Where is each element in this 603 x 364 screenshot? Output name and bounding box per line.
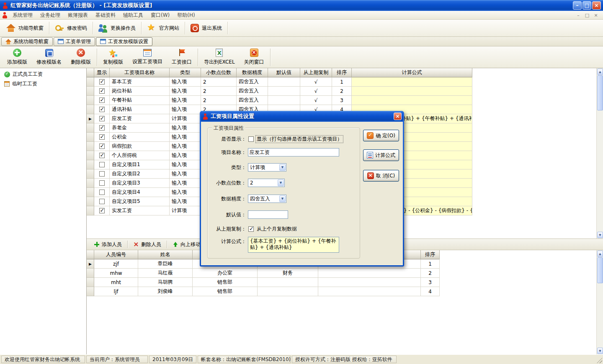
row-selector[interactable] xyxy=(87,133,94,142)
formula-textarea[interactable]: {基本工资} + {岗位补贴} + {午餐补贴} + {通讯补贴} xyxy=(248,237,339,253)
row-selector[interactable] xyxy=(87,77,94,87)
chevron-down-icon[interactable] xyxy=(279,195,286,202)
toolbar-button-add[interactable]: 添加模版 xyxy=(3,47,32,67)
show-checkbox[interactable] xyxy=(99,171,105,177)
precision-select[interactable]: 四舍五入 xyxy=(248,195,286,203)
scroll-up-icon[interactable] xyxy=(597,251,603,257)
show-checkbox[interactable] xyxy=(99,79,105,85)
show-checkbox[interactable] xyxy=(99,199,105,204)
mdi-restore-button[interactable]: □ xyxy=(583,12,591,18)
row-selector[interactable] xyxy=(87,169,94,179)
show-checkbox[interactable] xyxy=(99,144,105,149)
close-button[interactable]: × xyxy=(592,1,601,10)
column-header[interactable]: 人员编号 xyxy=(94,250,138,259)
show-checkbox[interactable] xyxy=(99,88,105,94)
chevron-down-icon[interactable] xyxy=(279,164,286,171)
cancel-button[interactable]: 取 消(C) xyxy=(363,170,399,182)
toolbar-button-star[interactable]: 官方网站 xyxy=(142,22,184,34)
row-selector[interactable] xyxy=(87,123,94,133)
chevron-down-icon[interactable] xyxy=(278,179,284,186)
salary-row[interactable]: 岗位补贴输入项2四舍五入√2 xyxy=(87,87,596,96)
dialog-close-button[interactable]: × xyxy=(394,113,402,120)
row-selector[interactable] xyxy=(87,151,94,160)
column-header[interactable]: 排序 xyxy=(421,250,440,259)
column-header[interactable]: 姓名 xyxy=(138,250,193,259)
row-selector[interactable] xyxy=(87,197,94,206)
salary-grid-scrollbar[interactable] xyxy=(596,68,603,238)
copy-prev-checkbox[interactable] xyxy=(248,226,254,232)
tab-3[interactable]: 工资发放模版设置 xyxy=(96,37,152,46)
row-selector[interactable] xyxy=(87,179,94,188)
menu-item-1[interactable]: 系统管理 xyxy=(9,11,36,20)
toolbar-button-exit[interactable]: 退出系统 xyxy=(186,22,227,34)
ok-button[interactable]: 确 定(O) xyxy=(363,130,399,141)
toolbar-button-excel[interactable]: 导出到EXCEL xyxy=(199,47,240,67)
toolbar-button-addp[interactable]: 添加人员 xyxy=(90,240,126,249)
staff-row[interactable]: mhw马红薇办公室财务2 xyxy=(87,269,596,278)
mdi-minimize-button[interactable]: – xyxy=(575,12,582,18)
show-checkbox[interactable] xyxy=(99,97,105,103)
type-select[interactable]: 计算项 xyxy=(248,163,286,172)
restore-button[interactable]: □ xyxy=(582,1,591,10)
show-checkbox[interactable] xyxy=(99,125,105,131)
show-checkbox[interactable] xyxy=(248,136,254,142)
row-selector[interactable]: ▶ xyxy=(87,114,94,123)
row-selector[interactable] xyxy=(87,188,94,197)
show-checkbox[interactable] xyxy=(99,153,105,158)
default-value-input[interactable] xyxy=(248,210,288,219)
salary-row[interactable]: 基本工资输入项2四舍五入√1 xyxy=(87,77,596,87)
scroll-down-icon[interactable] xyxy=(597,348,603,354)
column-header[interactable]: 默认值 xyxy=(268,68,300,77)
tab-1[interactable]: 系统功能导航窗 xyxy=(1,37,53,46)
show-checkbox[interactable] xyxy=(99,107,105,112)
row-selector[interactable] xyxy=(87,278,94,287)
scroll-thumb[interactable] xyxy=(597,257,603,283)
toolbar-button-keys[interactable]: 修改密码 xyxy=(50,22,92,34)
tree-item-1[interactable]: 正式员工工资 xyxy=(0,69,86,79)
toolbar-button-home[interactable]: 功能导航窗 xyxy=(2,22,48,34)
decimals-select[interactable]: 2 xyxy=(248,179,285,187)
salary-row[interactable]: 午餐补贴输入项2四舍五入√3 xyxy=(87,96,596,105)
column-header[interactable]: 类型 xyxy=(170,68,201,77)
toolbar-button-copy[interactable]: 复制模版 xyxy=(98,47,128,67)
row-selector[interactable] xyxy=(87,160,94,169)
toolbar-button-interface[interactable]: 工资接口 xyxy=(167,47,196,67)
row-selector[interactable] xyxy=(87,105,94,114)
toolbar-button-moveup[interactable]: 向上移动 xyxy=(169,240,204,249)
toolbar-button-operators[interactable]: 更换操作员 xyxy=(94,22,140,34)
row-selector[interactable] xyxy=(87,96,94,105)
column-header[interactable]: 排序 xyxy=(332,68,352,77)
staff-grid-scrollbar[interactable] xyxy=(596,250,603,354)
row-selector[interactable] xyxy=(87,287,94,296)
row-selector[interactable] xyxy=(87,269,94,278)
toolbar-button-delete[interactable]: 删除模版 xyxy=(66,47,95,67)
mdi-close-button[interactable]: × xyxy=(592,12,600,18)
row-selector[interactable] xyxy=(87,87,94,96)
staff-row[interactable]: ljf刘俊峰销售部4 xyxy=(87,287,596,296)
menu-item-3[interactable]: 账簿报表 xyxy=(64,11,92,20)
column-header[interactable]: 工资项目名称 xyxy=(110,68,170,77)
column-header[interactable]: 计算公式 xyxy=(352,68,472,77)
row-selector[interactable]: ▶ xyxy=(87,259,94,269)
column-header[interactable]: 从上期复制 xyxy=(300,68,332,77)
show-checkbox[interactable] xyxy=(99,116,105,121)
scroll-thumb[interactable] xyxy=(597,75,603,110)
toolbar-button-formwin[interactable]: 设置工资项目 xyxy=(128,48,167,67)
row-selector[interactable] xyxy=(87,142,94,151)
column-header[interactable]: 小数点位数 xyxy=(201,68,237,77)
tab-2[interactable]: 工资单管理 xyxy=(54,37,95,46)
menu-item-6[interactable]: 窗口(W) xyxy=(147,11,173,20)
show-checkbox[interactable] xyxy=(99,162,105,167)
toolbar-button-closewin[interactable]: 关闭窗口 xyxy=(240,47,269,67)
show-checkbox[interactable] xyxy=(99,134,105,140)
show-checkbox[interactable] xyxy=(99,180,105,186)
toolbar-button-edit[interactable]: 修改模版名 xyxy=(32,48,66,67)
column-header[interactable]: 显示 xyxy=(94,68,110,77)
minimize-button[interactable]: – xyxy=(573,1,582,10)
dialog-title-bar[interactable]: 工资项目属性设置 × xyxy=(201,111,403,122)
tree-item-2[interactable]: 临时工工资 xyxy=(0,79,86,89)
scroll-down-icon[interactable] xyxy=(597,232,603,238)
formula-button[interactable]: 计算公式 xyxy=(363,149,399,161)
column-header[interactable]: 数据精度 xyxy=(237,68,268,77)
item-name-input[interactable] xyxy=(248,148,339,156)
